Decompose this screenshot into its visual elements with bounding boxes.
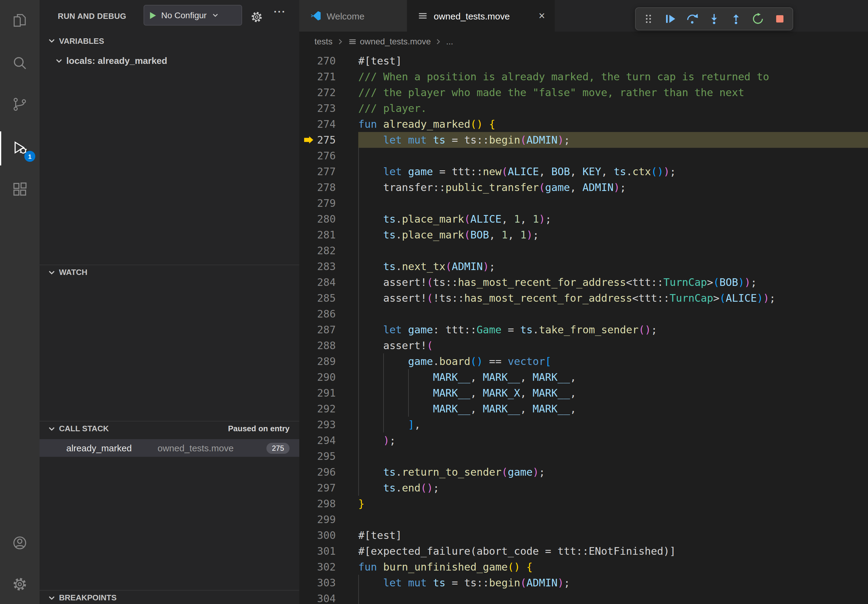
- tab-welcome[interactable]: Welcome: [299, 0, 408, 32]
- code-line-content[interactable]: ts.end();: [358, 480, 868, 496]
- debug-settings-gear[interactable]: [250, 10, 264, 24]
- activity-search[interactable]: [0, 47, 40, 81]
- code-line[interactable]: 284 assert!(ts::has_most_recent_for_addr…: [299, 274, 868, 290]
- stop-button[interactable]: [769, 9, 790, 29]
- line-gutter[interactable]: 276: [299, 148, 358, 164]
- code-line[interactable]: 276: [299, 148, 868, 164]
- line-gutter[interactable]: 284: [299, 274, 358, 290]
- activity-run-and-debug[interactable]: 1: [0, 132, 40, 166]
- code-line[interactable]: 288 assert!(: [299, 338, 868, 353]
- step-out-button[interactable]: [726, 9, 746, 29]
- line-gutter[interactable]: 281: [299, 227, 358, 243]
- code-line[interactable]: 301#[expected_failure(abort_code = ttt::…: [299, 543, 868, 559]
- code-line-content[interactable]: [358, 195, 868, 211]
- code-line-content[interactable]: fun already_marked() {: [358, 116, 868, 132]
- code-line[interactable]: 293 ],: [299, 417, 868, 432]
- code-line[interactable]: 291 MARK__, MARK_X, MARK__,: [299, 385, 868, 401]
- code-line-content[interactable]: let game = ttt::new(ALICE, BOB, KEY, ts.…: [358, 164, 868, 180]
- line-gutter[interactable]: 296: [299, 464, 358, 480]
- line-gutter[interactable]: 279: [299, 195, 358, 211]
- line-gutter[interactable]: 274: [299, 116, 358, 132]
- code-line[interactable]: 296 ts.return_to_sender(game);: [299, 464, 868, 480]
- code-line[interactable]: 273/// player.: [299, 101, 868, 116]
- line-gutter[interactable]: 273: [299, 101, 358, 116]
- code-line-content[interactable]: [358, 243, 868, 259]
- code-line[interactable]: 282: [299, 243, 868, 259]
- line-gutter[interactable]: 287: [299, 322, 358, 338]
- line-gutter[interactable]: 270: [299, 53, 358, 69]
- activity-settings[interactable]: [0, 568, 40, 602]
- activity-explorer[interactable]: [0, 4, 40, 38]
- code-line-content[interactable]: /// When a position is already marked, t…: [358, 69, 868, 85]
- line-gutter[interactable]: 300: [299, 527, 358, 543]
- code-line-content[interactable]: [358, 591, 868, 604]
- line-gutter[interactable]: 302: [299, 559, 358, 575]
- activity-account[interactable]: [0, 527, 40, 561]
- code-line-content[interactable]: [358, 306, 868, 322]
- code-line[interactable]: 300#[test]: [299, 527, 868, 543]
- code-line[interactable]: 289 game.board() == vector[: [299, 353, 868, 369]
- call-stack-section-header[interactable]: CALL STACK Paused on entry: [40, 421, 299, 435]
- code-line-content[interactable]: MARK__, MARK_X, MARK__,: [358, 385, 868, 401]
- line-gutter[interactable]: 278: [299, 180, 358, 195]
- restart-button[interactable]: [747, 9, 768, 29]
- line-gutter[interactable]: 293: [299, 417, 358, 432]
- code-line-content[interactable]: assert!(ts::has_most_recent_for_address<…: [358, 274, 868, 290]
- breakpoints-section-header[interactable]: BREAKPOINTS: [40, 590, 299, 604]
- watch-section-header[interactable]: WATCH: [40, 265, 299, 279]
- code-line[interactable]: 280 ts.place_mark(ALICE, 1, 1);: [299, 211, 868, 227]
- code-line[interactable]: 302fun burn_unfinished_game() {: [299, 559, 868, 575]
- code-line[interactable]: 277 let game = ttt::new(ALICE, BOB, KEY,…: [299, 164, 868, 180]
- code-line[interactable]: 299: [299, 511, 868, 527]
- code-line[interactable]: 303 let mut ts = ts::begin(ADMIN);: [299, 575, 868, 591]
- breadcrumb-item[interactable]: tests: [315, 37, 332, 46]
- line-gutter[interactable]: 297: [299, 480, 358, 496]
- line-gutter[interactable]: 303: [299, 575, 358, 591]
- more-actions-icon[interactable]: ···: [274, 6, 286, 18]
- line-gutter[interactable]: 275: [299, 132, 358, 148]
- code-line-content[interactable]: [358, 448, 868, 464]
- code-line[interactable]: 290 MARK__, MARK__, MARK__,: [299, 369, 868, 385]
- step-into-button[interactable]: [704, 9, 724, 29]
- line-gutter[interactable]: 295: [299, 448, 358, 464]
- code-line-content[interactable]: ts.place_mark(BOB, 1, 1);: [358, 227, 868, 243]
- code-line-content[interactable]: game.board() == vector[: [358, 353, 868, 369]
- drag-handle[interactable]: [638, 9, 659, 29]
- breadcrumb-item[interactable]: owned_tests.move: [360, 37, 431, 46]
- code-line-content[interactable]: assert!(!ts::has_most_recent_for_address…: [358, 290, 868, 306]
- line-gutter[interactable]: 272: [299, 85, 358, 101]
- code-line-content[interactable]: #[expected_failure(abort_code = ttt::ENo…: [358, 543, 868, 559]
- code-line-content[interactable]: ts.next_tx(ADMIN);: [358, 259, 868, 274]
- code-line-content[interactable]: }: [358, 496, 868, 511]
- code-line-content[interactable]: ts.place_mark(ALICE, 1, 1);: [358, 211, 868, 227]
- close-tab-icon[interactable]: ×: [539, 10, 545, 21]
- activity-source-control[interactable]: [0, 88, 40, 122]
- line-gutter[interactable]: 289: [299, 353, 358, 369]
- code-line-content[interactable]: let game: ttt::Game = ts.take_from_sende…: [358, 322, 868, 338]
- variables-locals-scope[interactable]: locals: already_marked: [40, 52, 299, 69]
- code-line[interactable]: 294 );: [299, 432, 868, 448]
- variables-section-header[interactable]: VARIABLES: [40, 34, 299, 48]
- code-line-content[interactable]: let mut ts = ts::begin(ADMIN);: [358, 132, 868, 148]
- code-line[interactable]: 275 let mut ts = ts::begin(ADMIN);: [299, 132, 868, 148]
- code-line-content[interactable]: /// the player who made the "false" move…: [358, 85, 868, 101]
- step-over-button[interactable]: [682, 9, 702, 29]
- code-line[interactable]: 287 let game: ttt::Game = ts.take_from_s…: [299, 322, 868, 338]
- code-line-content[interactable]: MARK__, MARK__, MARK__,: [358, 401, 868, 417]
- code-line[interactable]: 285 assert!(!ts::has_most_recent_for_add…: [299, 290, 868, 306]
- code-line-content[interactable]: /// player.: [358, 101, 868, 116]
- line-gutter[interactable]: 283: [299, 259, 358, 274]
- code-line[interactable]: 283 ts.next_tx(ADMIN);: [299, 259, 868, 274]
- code-line[interactable]: 304: [299, 591, 868, 604]
- line-gutter[interactable]: 304: [299, 591, 358, 604]
- line-gutter[interactable]: 277: [299, 164, 358, 180]
- breadcrumb-item[interactable]: ...: [446, 37, 453, 46]
- code-line-content[interactable]: assert!(: [358, 338, 868, 353]
- code-line-content[interactable]: );: [358, 432, 868, 448]
- code-line-content[interactable]: fun burn_unfinished_game() {: [358, 559, 868, 575]
- line-gutter[interactable]: 291: [299, 385, 358, 401]
- code-line[interactable]: 292 MARK__, MARK__, MARK__,: [299, 401, 868, 417]
- code-line-content[interactable]: ],: [358, 417, 868, 432]
- code-line-content[interactable]: [358, 148, 868, 164]
- code-line-content[interactable]: #[test]: [358, 527, 868, 543]
